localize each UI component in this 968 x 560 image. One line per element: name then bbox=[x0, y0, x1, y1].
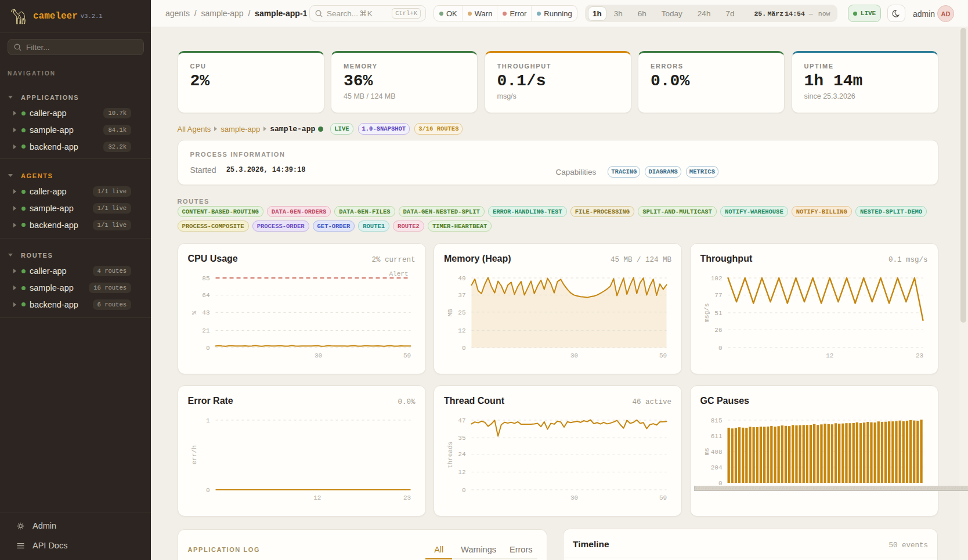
svg-text:47: 47 bbox=[458, 417, 465, 424]
svg-text:408: 408 bbox=[710, 449, 722, 456]
svg-text:611: 611 bbox=[710, 433, 722, 440]
svg-text:MB: MB bbox=[447, 309, 454, 317]
svg-text:59: 59 bbox=[659, 352, 667, 359]
svg-text:77: 77 bbox=[714, 292, 722, 299]
svg-text:23: 23 bbox=[915, 352, 923, 359]
svg-text:12: 12 bbox=[458, 327, 465, 334]
svg-text:0: 0 bbox=[462, 487, 466, 494]
svg-text:102: 102 bbox=[710, 275, 722, 282]
svg-text:1: 1 bbox=[205, 417, 210, 424]
svg-text:30: 30 bbox=[570, 352, 578, 359]
svg-text:59: 59 bbox=[659, 494, 667, 501]
svg-text:25: 25 bbox=[458, 309, 465, 316]
svg-text:Alert: Alert bbox=[389, 270, 408, 277]
svg-text:51: 51 bbox=[714, 310, 723, 317]
svg-text:23: 23 bbox=[403, 494, 410, 501]
svg-text:%: % bbox=[191, 310, 198, 315]
svg-text:threads: threads bbox=[447, 442, 454, 468]
svg-text:ms: ms bbox=[703, 447, 710, 455]
svg-text:12: 12 bbox=[826, 352, 833, 359]
svg-text:85: 85 bbox=[202, 275, 210, 282]
svg-text:37: 37 bbox=[458, 292, 465, 299]
svg-text:43: 43 bbox=[202, 309, 210, 316]
svg-text:30: 30 bbox=[314, 352, 322, 359]
svg-text:49: 49 bbox=[458, 275, 465, 282]
svg-text:0: 0 bbox=[462, 345, 466, 352]
svg-text:26: 26 bbox=[714, 327, 722, 334]
svg-text:msg/s: msg/s bbox=[703, 303, 710, 322]
svg-text:30: 30 bbox=[570, 494, 578, 501]
svg-text:204: 204 bbox=[710, 464, 722, 471]
svg-text:0: 0 bbox=[205, 487, 210, 494]
svg-text:12: 12 bbox=[313, 494, 321, 501]
svg-text:64: 64 bbox=[202, 292, 210, 299]
svg-text:12: 12 bbox=[458, 469, 465, 476]
svg-text:35: 35 bbox=[458, 435, 465, 442]
svg-text:59: 59 bbox=[403, 352, 410, 359]
svg-text:err/h: err/h bbox=[191, 445, 198, 464]
svg-text:24: 24 bbox=[458, 451, 466, 458]
svg-text:0: 0 bbox=[205, 345, 210, 352]
svg-text:815: 815 bbox=[710, 417, 722, 424]
svg-text:0: 0 bbox=[718, 345, 722, 352]
svg-text:21: 21 bbox=[202, 327, 210, 334]
